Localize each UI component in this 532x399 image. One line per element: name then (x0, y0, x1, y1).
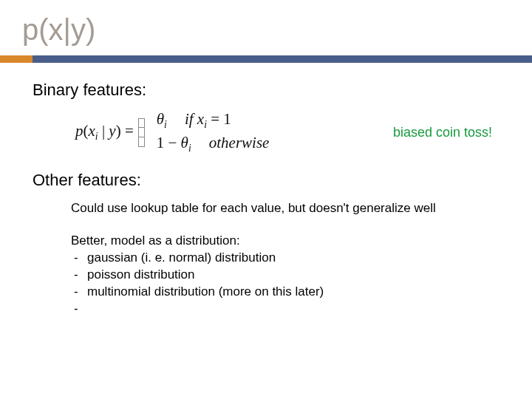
slide-content: Binary features: p(xi | y) = θi if xi = … (0, 63, 532, 318)
case1-cond: if xi = 1 (185, 110, 231, 131)
case2-value: 1 − θi (157, 134, 191, 154)
eq1: = (207, 110, 223, 128)
distribution-block: Better, model as a distribution: gaussia… (33, 233, 499, 318)
theta2: θ (181, 134, 188, 151)
theta2-sub: i (188, 143, 191, 154)
case1-value: θi (157, 110, 167, 131)
list-item: multinomial distribution (more on this l… (71, 284, 499, 301)
paren-open: ( (83, 122, 89, 140)
if-word: if (185, 110, 197, 128)
case2-cond: otherwise (209, 134, 270, 152)
brace-icon (138, 118, 145, 146)
case-2: 1 − θi otherwise (157, 134, 270, 154)
section-other-header: Other features: (33, 171, 499, 190)
accent-blue-bar (33, 55, 532, 63)
theta1: θ (157, 110, 164, 128)
theta1-sub: i (164, 119, 167, 130)
other-paragraph-2: Better, model as a distribution: (71, 233, 499, 248)
list-item (71, 301, 499, 318)
list-item: poisson distribution (71, 267, 499, 284)
section-other: Other features: Could use lookup table f… (33, 171, 499, 317)
slide-title: p(x|y) (0, 0, 532, 55)
title-underline (0, 55, 532, 63)
formula-p: p (75, 122, 83, 140)
formula-x: x (89, 122, 95, 140)
formula-cases: θi if xi = 1 1 − θi otherwise (157, 110, 270, 154)
formula-eq: = (121, 122, 134, 140)
formula-row: p(xi | y) = θi if xi = 1 1 − θi (75, 110, 499, 154)
formula-expression: p(xi | y) = θi if xi = 1 1 − θi (75, 110, 269, 154)
formula-bar: | (98, 122, 109, 140)
other-paragraph-1: Could use lookup table for each value, b… (71, 200, 499, 216)
formula-y: y (109, 122, 115, 140)
section-binary-header: Binary features: (33, 81, 499, 100)
formula-lhs: p(xi | y) = (75, 122, 134, 143)
list-item: gaussian (i. e. normal) distribution (71, 250, 499, 267)
paren-close: ) (116, 122, 121, 140)
xi: x (197, 110, 204, 128)
accent-orange-block (0, 55, 33, 63)
distribution-list: gaussian (i. e. normal) distribution poi… (71, 250, 499, 318)
callout-biased-coin: biased coin toss! (393, 125, 499, 140)
one: 1 (223, 110, 231, 128)
one-minus: 1 − (157, 134, 181, 151)
case-1: θi if xi = 1 (157, 110, 270, 131)
